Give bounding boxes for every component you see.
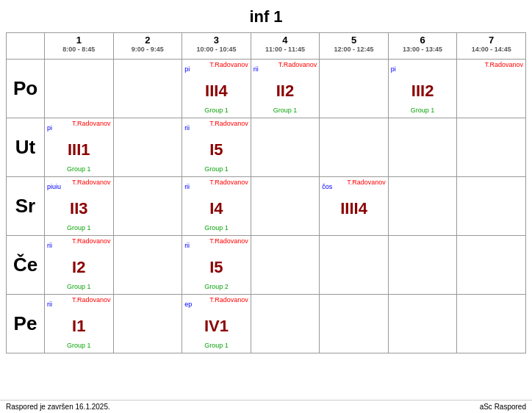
lesson-teacher: T.Radovanov	[209, 61, 248, 68]
lesson-cell-Če-7	[457, 236, 526, 295]
header-period-7: 714:00 - 14:45	[457, 33, 526, 60]
lesson-cell-Pe-5	[320, 295, 389, 353]
lesson-group: Group 1	[47, 342, 111, 349]
day-row-Pe: PeriiT.RadovanovI1Group 1epT.RadovanovIV…	[7, 295, 526, 353]
lesson-teacher: T.Radovanov	[347, 179, 386, 186]
header-period-4: 411:00 - 11:45	[251, 33, 320, 60]
lesson-cell-Po-7: T.Radovanov	[457, 60, 526, 118]
lesson-inner: piuiuT.RadovanovII3Group 1	[47, 179, 111, 231]
lesson-inner: riiT.RadovanovI5Group 2	[184, 237, 248, 290]
lesson-group: Group 2	[184, 283, 248, 290]
lesson-cell-Sr-7	[457, 177, 526, 236]
lesson-type: rii	[254, 65, 259, 73]
lesson-cell-Ut-7	[457, 118, 526, 177]
lesson-inner: riiT.RadovanovI1Group 1	[47, 296, 111, 349]
lesson-cell-Po-6: piIII2Group 1	[388, 60, 457, 118]
lesson-inner: epT.RadovanovIV1Group 1	[184, 296, 248, 349]
header-period-5: 512:00 - 12:45	[320, 33, 389, 60]
lesson-cell-Ut-2	[113, 118, 182, 177]
lesson-cell-Pe-1: riiT.RadovanovI1Group 1	[45, 295, 114, 353]
lesson-cell-Ut-3: riiT.RadovanovI5Group 1	[182, 118, 251, 177]
schedule-table: 18:00 - 8:4529:00 - 9:45310:00 - 10:4541…	[6, 32, 526, 353]
page-title: inf 1	[0, 0, 532, 32]
lesson-cell-Ut-4	[251, 118, 320, 177]
lesson-code: III4	[184, 82, 248, 101]
lesson-cell-Po-3: piT.RadovanovIII4Group 1	[182, 60, 251, 118]
lesson-cell-Če-2	[113, 236, 182, 295]
lesson-inner: riiT.RadovanovI4Group 1	[184, 179, 248, 231]
lesson-cell-Sr-2	[113, 177, 182, 236]
lesson-code: II2	[254, 82, 317, 101]
lesson-type: čos	[322, 183, 332, 190]
lesson-group: Group 1	[391, 107, 455, 114]
lesson-group: Group 1	[47, 165, 111, 173]
lesson-type: rii	[47, 242, 52, 249]
lesson-cell-Ut-6	[388, 118, 457, 177]
lesson-cell-Ut-1: piT.RadovanovIII1Group 1	[45, 118, 114, 177]
lesson-cell-Pe-6	[388, 295, 457, 353]
header-num: 6	[390, 35, 456, 46]
lesson-inner: piT.RadovanovIII1Group 1	[47, 120, 111, 173]
header-num: 5	[321, 35, 387, 46]
lesson-group: Group 1	[254, 107, 317, 114]
lesson-cell-Po-5	[320, 60, 389, 118]
header-num: 3	[184, 35, 249, 46]
lesson-topline: epT.Radovanov	[184, 296, 248, 309]
lesson-topline: riiT.Radovanov	[254, 61, 317, 74]
day-label-Po: Po	[7, 60, 45, 118]
lesson-code: I2	[47, 258, 111, 277]
lesson-teacher: T.Radovanov	[278, 61, 317, 68]
lesson-cell-Pe-3: epT.RadovanovIV1Group 1	[182, 295, 251, 353]
lesson-inner: T.Radovanov	[459, 61, 523, 68]
lesson-cell-Sr-1: piuiuT.RadovanovII3Group 1	[45, 177, 114, 236]
day-label-Če: Če	[7, 236, 45, 295]
header-num: 7	[459, 35, 524, 46]
schedule-body: PopiT.RadovanovIII4Group 1riiT.Radovanov…	[7, 60, 526, 353]
lesson-teacher: T.Radovanov	[72, 120, 111, 127]
lesson-group: Group 1	[47, 283, 111, 290]
lesson-topline: piT.Radovanov	[47, 120, 111, 133]
header-time: 13:00 - 13:45	[390, 46, 456, 53]
lesson-type: pi	[47, 124, 52, 132]
header-time: 12:00 - 12:45	[321, 46, 387, 53]
lesson-type: rii	[184, 124, 190, 132]
lesson-group: Group 1	[47, 224, 111, 231]
lesson-inner: piIII2Group 1	[391, 61, 455, 114]
lesson-cell-Pe-2	[113, 295, 182, 353]
lesson-inner: riiT.RadovanovI2Group 1	[47, 237, 111, 290]
lesson-group: Group 1	[184, 165, 248, 173]
lesson-cell-Sr-5: čosT.RadovanovIIII4	[320, 177, 389, 236]
lesson-topline: pi	[391, 61, 455, 74]
lesson-teacher: T.Radovanov	[72, 179, 111, 186]
lesson-code: IV1	[184, 317, 248, 336]
lesson-teacher: T.Radovanov	[209, 296, 248, 304]
lesson-topline: piT.Radovanov	[184, 61, 248, 74]
lesson-topline: čosT.Radovanov	[322, 179, 386, 192]
lesson-cell-Po-2	[113, 60, 182, 118]
lesson-cell-Pe-7	[457, 295, 526, 353]
header-period-3: 310:00 - 10:45	[182, 33, 251, 60]
header-time: 9:00 - 9:45	[115, 46, 181, 53]
lesson-type: rii	[184, 242, 190, 249]
header-time: 11:00 - 11:45	[253, 46, 318, 53]
header-num: 4	[253, 35, 318, 46]
lesson-inner: čosT.RadovanovIIII4	[322, 179, 386, 218]
day-row-Če: ČeriiT.RadovanovI2Group 1riiT.RadovanovI…	[7, 236, 526, 295]
lesson-cell-Če-1: riiT.RadovanovI2Group 1	[45, 236, 114, 295]
header-period-6: 613:00 - 13:45	[388, 33, 457, 60]
lesson-topline: T.Radovanov	[459, 61, 523, 68]
lesson-code: I5	[184, 140, 248, 159]
lesson-code: III2	[391, 82, 455, 101]
lesson-group: Group 1	[184, 107, 248, 114]
schedule-table-wrapper: 18:00 - 8:4529:00 - 9:45310:00 - 10:4541…	[0, 32, 532, 400]
lesson-teacher: T.Radovanov	[484, 61, 523, 68]
lesson-teacher: T.Radovanov	[209, 120, 248, 127]
lesson-topline: riiT.Radovanov	[184, 120, 248, 133]
header-row: 18:00 - 8:4529:00 - 9:45310:00 - 10:4541…	[7, 33, 526, 60]
lesson-cell-Če-5	[320, 236, 389, 295]
lesson-cell-Po-1	[45, 60, 114, 118]
day-label-Sr: Sr	[7, 177, 45, 236]
lesson-cell-Če-6	[388, 236, 457, 295]
lesson-teacher: T.Radovanov	[209, 237, 248, 245]
lesson-code: III1	[47, 140, 111, 159]
